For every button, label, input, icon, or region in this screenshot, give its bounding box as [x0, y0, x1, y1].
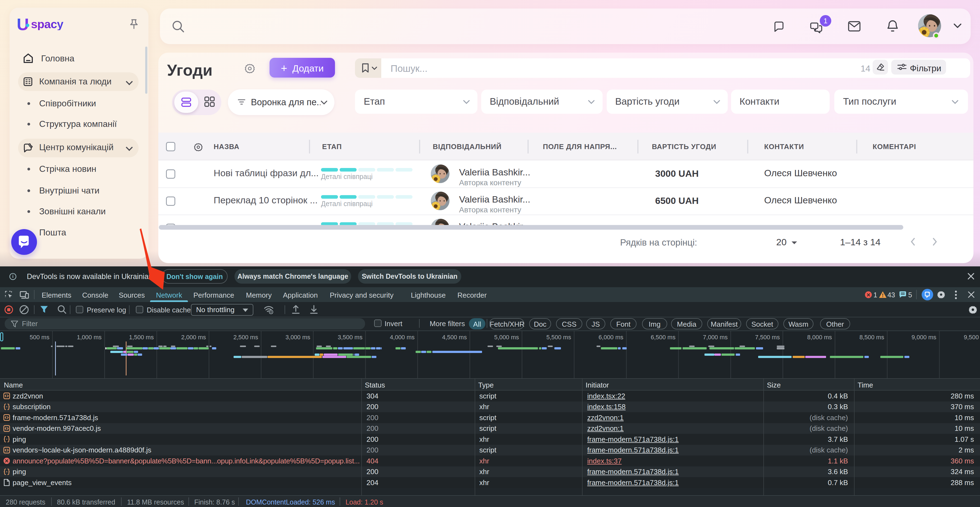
- svg-text:500 ms: 500 ms: [30, 334, 49, 341]
- svg-text:3,500 ms: 3,500 ms: [338, 334, 363, 341]
- svg-text:1,500 ms: 1,500 ms: [129, 334, 154, 341]
- svg-text:4,000 ms: 4,000 ms: [390, 334, 415, 341]
- svg-text:7,000 ms: 7,000 ms: [703, 334, 728, 341]
- svg-text:5,500 ms: 5,500 ms: [546, 334, 571, 341]
- svg-text:8,000 ms: 8,000 ms: [807, 334, 832, 341]
- svg-text:6,000 ms: 6,000 ms: [598, 334, 624, 341]
- svg-text:2,500 ms: 2,500 ms: [233, 334, 258, 341]
- svg-text:2,000 ms: 2,000 ms: [181, 334, 206, 341]
- svg-text:3,000 ms: 3,000 ms: [285, 334, 310, 341]
- svg-text:7,500 ms: 7,500 ms: [755, 334, 780, 341]
- svg-text:5,000 ms: 5,000 ms: [494, 334, 519, 341]
- svg-text:4,500 ms: 4,500 ms: [442, 334, 467, 341]
- svg-text:9,500 ms: 9,500 ms: [964, 334, 980, 341]
- svg-text:8,500 ms: 8,500 ms: [859, 334, 885, 341]
- svg-text:1,000 ms: 1,000 ms: [77, 334, 102, 341]
- svg-text:9,000 ms: 9,000 ms: [912, 334, 937, 341]
- svg-text:6,500 ms: 6,500 ms: [651, 334, 676, 341]
